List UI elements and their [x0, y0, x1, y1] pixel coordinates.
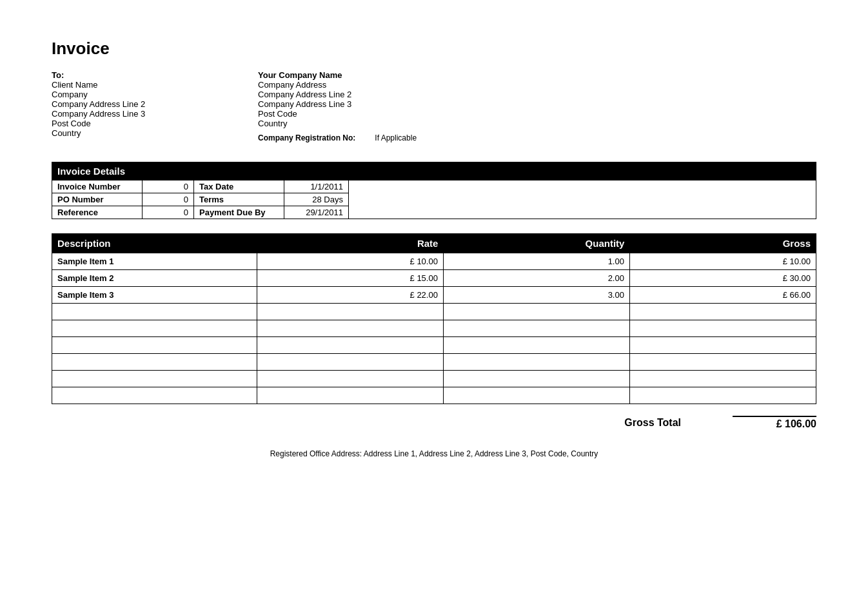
item-rate: [257, 337, 443, 354]
col-gross-header: Gross: [629, 234, 816, 253]
invoice-details-table: Invoice Details Invoice Number 0 Tax Dat…: [52, 162, 816, 219]
item-description: [52, 320, 257, 337]
table-row: Sample Item 3£ 22.003.00£ 66.00: [52, 287, 816, 304]
table-row: [52, 304, 816, 320]
item-gross: £ 10.00: [629, 253, 816, 270]
table-row: [52, 354, 816, 371]
item-rate: £ 22.00: [257, 287, 443, 304]
table-row: Sample Item 2£ 15.002.00£ 30.00: [52, 270, 816, 287]
item-gross: [629, 371, 816, 387]
item-description: [52, 387, 257, 404]
col-rate-header: Rate: [257, 234, 443, 253]
item-description: [52, 304, 257, 320]
item-description: Sample Item 1: [52, 253, 257, 270]
item-gross: [629, 354, 816, 371]
item-gross: [629, 337, 816, 354]
reference-label: Reference: [52, 206, 143, 219]
company-reg-label: Company Registration No:: [258, 133, 355, 142]
col-description-header: Description: [52, 234, 257, 253]
tax-date-label: Tax Date: [194, 180, 284, 193]
company-address-line3: Company Address Line 3: [258, 99, 464, 109]
item-rate: [257, 387, 443, 404]
item-rate: £ 15.00: [257, 270, 443, 287]
items-table: Description Rate Quantity Gross Sample I…: [52, 233, 816, 404]
details-row-1: Invoice Number 0 Tax Date 1/1/2011: [52, 180, 816, 193]
table-row: [52, 320, 816, 337]
gross-total-value: £ 106.00: [733, 416, 816, 430]
item-description: [52, 371, 257, 387]
client-company: Company: [52, 90, 258, 99]
item-quantity: [443, 371, 629, 387]
tax-date-value: 1/1/2011: [284, 180, 349, 193]
item-quantity: [443, 337, 629, 354]
table-row: [52, 387, 816, 404]
bill-to-label: To:: [52, 70, 258, 80]
footer-address: Registered Office Address: Address Line …: [52, 449, 816, 458]
item-rate: [257, 371, 443, 387]
payment-due-value: 29/1/2011: [284, 206, 349, 219]
item-quantity: 1.00: [443, 253, 629, 270]
gross-total-row: Gross Total £ 106.00: [52, 416, 816, 430]
invoice-number-value: 0: [143, 180, 194, 193]
company-postcode: Post Code: [258, 109, 464, 119]
item-description: [52, 337, 257, 354]
po-number-label: PO Number: [52, 193, 143, 206]
company-name: Your Company Name: [258, 70, 464, 80]
invoice-page: Invoice To: Client Name Company Company …: [0, 0, 868, 613]
item-description: [52, 354, 257, 371]
item-rate: £ 10.00: [257, 253, 443, 270]
po-number-value: 0: [143, 193, 194, 206]
payment-due-label: Payment Due By: [194, 206, 284, 219]
company-address: Company Address: [258, 80, 464, 90]
item-quantity: [443, 354, 629, 371]
details-row-2: PO Number 0 Terms 28 Days: [52, 193, 816, 206]
items-header-row: Description Rate Quantity Gross: [52, 234, 816, 253]
item-gross: [629, 304, 816, 320]
invoice-number-label: Invoice Number: [52, 180, 143, 193]
item-description: Sample Item 3: [52, 287, 257, 304]
client-address-line2: Company Address Line 2: [52, 99, 258, 109]
item-gross: [629, 387, 816, 404]
col-quantity-header: Quantity: [443, 234, 629, 253]
client-address-line3: Company Address Line 3: [52, 109, 258, 119]
item-quantity: 3.00: [443, 287, 629, 304]
table-row: [52, 337, 816, 354]
invoice-title: Invoice: [52, 39, 816, 59]
company-info-section: Your Company Name Company Address Compan…: [258, 70, 464, 142]
reference-value: 0: [143, 206, 194, 219]
item-description: Sample Item 2: [52, 270, 257, 287]
item-gross: £ 30.00: [629, 270, 816, 287]
details-row-3: Reference 0 Payment Due By 29/1/2011: [52, 206, 816, 219]
item-rate: [257, 354, 443, 371]
item-quantity: [443, 387, 629, 404]
client-name: Client Name: [52, 80, 258, 90]
table-row: Sample Item 1£ 10.001.00£ 10.00: [52, 253, 816, 270]
item-quantity: 2.00: [443, 270, 629, 287]
company-country: Country: [258, 119, 464, 128]
gross-total-label: Gross Total: [584, 417, 681, 429]
item-gross: £ 66.00: [629, 287, 816, 304]
item-rate: [257, 304, 443, 320]
bill-to-section: To: Client Name Company Company Address …: [52, 70, 258, 142]
item-rate: [257, 320, 443, 337]
item-gross: [629, 320, 816, 337]
invoice-details-header: Invoice Details: [52, 162, 816, 180]
company-address-line2: Company Address Line 2: [258, 90, 464, 99]
client-country: Country: [52, 128, 258, 138]
item-quantity: [443, 320, 629, 337]
company-reg-row: Company Registration No: If Applicable: [258, 133, 464, 142]
item-quantity: [443, 304, 629, 320]
terms-value: 28 Days: [284, 193, 349, 206]
company-reg-value: If Applicable: [375, 133, 417, 142]
table-row: [52, 371, 816, 387]
terms-label: Terms: [194, 193, 284, 206]
client-postcode: Post Code: [52, 119, 258, 128]
header-section: To: Client Name Company Company Address …: [52, 70, 816, 142]
